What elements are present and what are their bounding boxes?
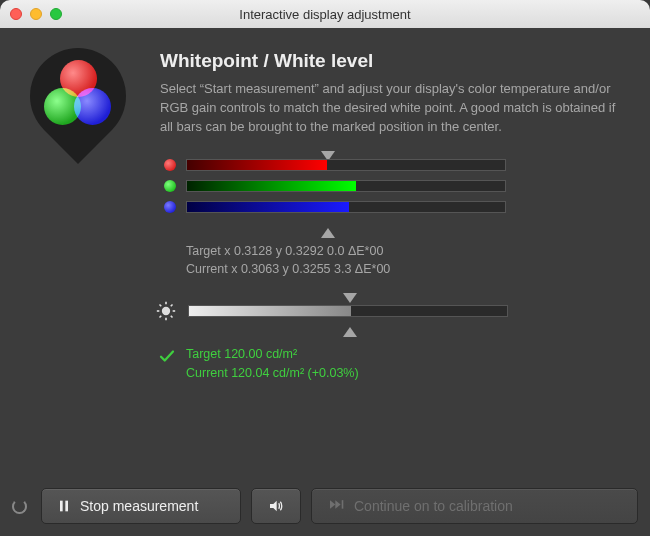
window: Interactive display adjustment Whitepoin… [0, 0, 650, 536]
header-text: Whitepoint / White level Select “Start m… [160, 50, 624, 147]
rgb-bars-area [0, 147, 650, 234]
speaker-icon [268, 498, 284, 514]
header-row: Whitepoint / White level Select “Start m… [0, 28, 650, 147]
app-logo [22, 50, 132, 145]
continue-calibration-label: Continue on to calibration [354, 498, 513, 514]
svg-line-8 [171, 305, 173, 307]
logo-blue-circle [74, 88, 111, 125]
section-description: Select “Start measurement” and adjust yo… [160, 80, 624, 137]
blue-bar-fill [187, 202, 349, 212]
window-title: Interactive display adjustment [0, 7, 650, 22]
checkmark-icon [158, 347, 176, 365]
brightness-row [0, 301, 650, 321]
brightness-current-line: Current 120.04 cd/m² (+0.03%) [186, 364, 359, 383]
continue-calibration-button[interactable]: Continue on to calibration [311, 488, 638, 524]
brightness-target-marker-top-icon [343, 293, 357, 303]
brightness-ok-block: Target 120.00 cd/m² Current 120.04 cd/m²… [0, 345, 650, 383]
svg-rect-10 [65, 501, 68, 512]
red-bar-row [164, 159, 610, 171]
svg-line-4 [171, 316, 173, 318]
svg-marker-12 [330, 500, 335, 509]
stop-measurement-button[interactable]: Stop measurement [41, 488, 241, 524]
blue-bar-track [186, 201, 506, 213]
measurement-spinner-icon [12, 499, 27, 514]
svg-line-3 [160, 305, 162, 307]
red-bar-track [186, 159, 506, 171]
blue-bar-row [164, 201, 610, 213]
brightness-target-line: Target 120.00 cd/m² [186, 345, 359, 364]
whitepoint-current-line: Current x 0.3063 y 0.3255 3.3 ΔE*00 [186, 260, 650, 279]
brightness-target-marker-bottom-icon [343, 327, 357, 337]
brightness-bar-fill [189, 306, 351, 316]
brightness-block [0, 289, 650, 333]
blue-dot-icon [164, 201, 176, 213]
stop-measurement-label: Stop measurement [80, 498, 198, 514]
sound-toggle-button[interactable] [251, 488, 301, 524]
content: Whitepoint / White level Select “Start m… [0, 28, 650, 536]
brightness-bar-track [188, 305, 508, 317]
brightness-icon [156, 301, 176, 321]
svg-rect-9 [60, 501, 63, 512]
svg-rect-14 [342, 500, 344, 509]
window-minimize-button[interactable] [30, 8, 42, 20]
footer-toolbar: Stop measurement [12, 488, 638, 524]
window-zoom-button[interactable] [50, 8, 62, 20]
window-close-button[interactable] [10, 8, 22, 20]
whitepoint-readout: Target x 0.3128 y 0.3292 0.0 ΔE*00 Curre… [0, 242, 650, 280]
fast-forward-bar-icon [330, 498, 346, 514]
svg-marker-13 [335, 500, 340, 509]
svg-point-0 [163, 308, 170, 315]
titlebar: Interactive display adjustment [0, 0, 650, 28]
brightness-readout: Target 120.00 cd/m² Current 120.04 cd/m²… [186, 345, 359, 383]
traffic-lights [10, 8, 62, 20]
green-dot-icon [164, 180, 176, 192]
section-title: Whitepoint / White level [160, 50, 624, 72]
svg-line-7 [160, 316, 162, 318]
pause-icon [56, 498, 72, 514]
logo-cell [22, 50, 142, 147]
rgb-target-marker-bottom-icon [321, 228, 335, 238]
whitepoint-target-line: Target x 0.3128 y 0.3292 0.0 ΔE*00 [186, 242, 650, 261]
green-bar-fill [187, 181, 356, 191]
green-bar-track [186, 180, 506, 192]
red-bar-fill [187, 160, 327, 170]
svg-marker-11 [270, 501, 277, 512]
red-dot-icon [164, 159, 176, 171]
green-bar-row [164, 180, 610, 192]
